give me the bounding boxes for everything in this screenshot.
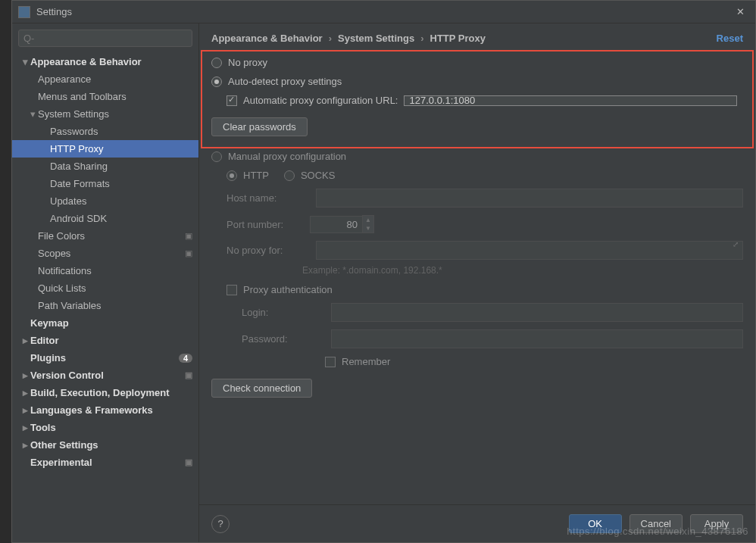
breadcrumb: Appearance & Behavior › System Settings … [199, 23, 755, 50]
auto-url-field[interactable] [404, 95, 737, 106]
check-auto-url-input[interactable] [226, 95, 237, 106]
expand-icon[interactable]: ⤢ [733, 240, 739, 248]
main-panel: Appearance & Behavior › System Settings … [199, 23, 755, 542]
radio-manual[interactable]: Manual proxy configuration [211, 147, 743, 166]
check-remember-input[interactable] [325, 357, 336, 367]
tree-system-settings[interactable]: ▾System Settings [12, 105, 198, 123]
tree-build-exec-deploy[interactable]: ▸Build, Execution, Deployment [12, 384, 198, 401]
proxy-panel: No proxy Auto-detect proxy settings Auto… [199, 50, 755, 504]
spinner-up-icon[interactable]: ▲ [363, 216, 373, 224]
tree-passwords[interactable]: Passwords [12, 123, 198, 140]
spinner-down-icon[interactable]: ▼ [363, 224, 373, 232]
port-spinner[interactable]: ▲▼ [362, 215, 374, 233]
window-body: ▾Appearance & Behavior Appearance Menus … [12, 23, 755, 542]
clear-passwords-button[interactable]: Clear passwords [211, 117, 308, 136]
tree-version-control[interactable]: ▸Version Control▣ [12, 367, 198, 384]
radio-no-proxy[interactable]: No proxy [211, 53, 743, 72]
check-auto-url[interactable]: Automatic proxy configuration URL: [211, 91, 743, 110]
tree-editor[interactable]: ▸Editor [12, 332, 198, 349]
host-label: Host name: [226, 192, 310, 204]
tree-notifications[interactable]: Notifications [12, 262, 198, 279]
app-icon [18, 6, 30, 18]
example-hint: Example: *.domain.com, 192.168.* [211, 264, 743, 280]
tree-experimental[interactable]: Experimental▣ [12, 454, 198, 471]
tree-plugins[interactable]: Plugins4 [12, 349, 198, 367]
help-button[interactable]: ? [211, 515, 230, 533]
radio-no-proxy-input[interactable] [211, 58, 222, 68]
search-input[interactable] [18, 30, 192, 47]
reset-link[interactable]: Reset [717, 33, 743, 44]
chevron-right-icon: ▸ [20, 387, 30, 398]
crumb-3: HTTP Proxy [430, 33, 486, 44]
tree-other-settings[interactable]: ▸Other Settings [12, 436, 198, 454]
login-label: Login: [242, 307, 325, 318]
chevron-down-icon: ▾ [27, 108, 38, 120]
check-proxy-auth[interactable]: Proxy authentication [211, 280, 743, 299]
password-label: Password: [242, 333, 325, 345]
tree-lang-fw[interactable]: ▸Languages & Frameworks [12, 401, 198, 419]
crumb-sep: › [420, 33, 423, 44]
tree-keymap[interactable]: Keymap [12, 314, 198, 332]
chevron-right-icon: ▸ [20, 370, 30, 381]
port-field[interactable] [310, 216, 363, 233]
tree-appearance[interactable]: Appearance [12, 70, 198, 88]
radio-auto-detect-input[interactable] [211, 76, 222, 87]
password-field[interactable] [331, 329, 743, 348]
project-icon: ▣ [185, 370, 192, 380]
chevron-right-icon: ▸ [20, 439, 30, 451]
tree-quick-lists[interactable]: Quick Lists [12, 279, 198, 297]
chevron-right-icon: ▸ [20, 335, 30, 346]
tree-file-colors[interactable]: File Colors▣ [12, 227, 198, 245]
tree-scopes[interactable]: Scopes▣ [12, 245, 198, 262]
settings-window: Settings ✕ ▾Appearance & Behavior Appear… [11, 0, 756, 543]
noproxyfor-label: No proxy for: [226, 245, 310, 256]
chevron-right-icon: ▸ [20, 422, 30, 433]
check-remember[interactable]: Remember [211, 352, 743, 371]
radio-auto-detect[interactable]: Auto-detect proxy settings [211, 72, 743, 91]
radio-manual-input[interactable] [211, 151, 222, 162]
sidebar: ▾Appearance & Behavior Appearance Menus … [12, 23, 199, 542]
host-field[interactable] [316, 189, 743, 208]
tree-date-formats[interactable]: Date Formats [12, 175, 198, 192]
tree-path-variables[interactable]: Path Variables [12, 297, 198, 314]
tree-menus-toolbars[interactable]: Menus and Toolbars [12, 88, 198, 105]
tree-http-proxy[interactable]: HTTP Proxy [12, 140, 198, 158]
noproxyfor-field[interactable] [316, 241, 743, 260]
window-title: Settings [36, 6, 732, 17]
tree-updates[interactable]: Updates [12, 192, 198, 210]
check-connection-button[interactable]: Check connection [211, 379, 312, 398]
crumb-2[interactable]: System Settings [338, 33, 414, 44]
radio-socks[interactable] [284, 170, 295, 181]
project-icon: ▣ [185, 248, 192, 258]
watermark: https://blog.csdn.net/weixin_43876186 [567, 526, 748, 537]
proto-row: HTTP SOCKS [211, 166, 743, 185]
tree-data-sharing[interactable]: Data Sharing [12, 158, 198, 175]
chevron-down-icon: ▾ [20, 56, 30, 67]
port-label: Port number: [226, 219, 310, 230]
titlebar: Settings ✕ [12, 1, 755, 23]
check-proxy-auth-input[interactable] [226, 285, 237, 295]
login-field[interactable] [331, 303, 743, 322]
crumb-sep: › [329, 33, 332, 44]
chevron-right-icon: ▸ [20, 404, 30, 416]
project-icon: ▣ [185, 457, 192, 467]
tree-appearance-behavior[interactable]: ▾Appearance & Behavior [12, 53, 198, 70]
tree-tools[interactable]: ▸Tools [12, 419, 198, 436]
plugins-badge: 4 [179, 354, 192, 363]
close-icon[interactable]: ✕ [732, 5, 749, 19]
project-icon: ▣ [185, 231, 192, 241]
settings-tree: ▾Appearance & Behavior Appearance Menus … [12, 53, 198, 542]
tree-android-sdk[interactable]: Android SDK [12, 210, 198, 227]
radio-http[interactable] [226, 170, 237, 181]
crumb-1[interactable]: Appearance & Behavior [211, 33, 323, 44]
